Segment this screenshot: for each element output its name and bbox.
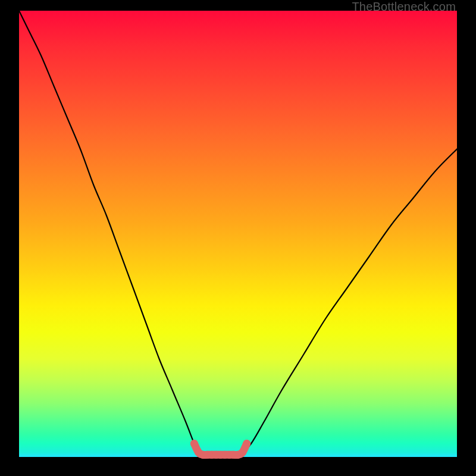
highlight-dot xyxy=(190,440,198,447)
main-curve xyxy=(19,11,457,455)
credit-text: TheBottleneck.com xyxy=(352,0,456,14)
highlight-dot xyxy=(243,440,250,447)
highlight-dots xyxy=(190,440,250,459)
highlight-dot xyxy=(239,449,246,456)
plot-area xyxy=(19,11,457,457)
curve-layer xyxy=(19,11,457,457)
chart-frame: TheBottleneck.com xyxy=(0,0,476,476)
